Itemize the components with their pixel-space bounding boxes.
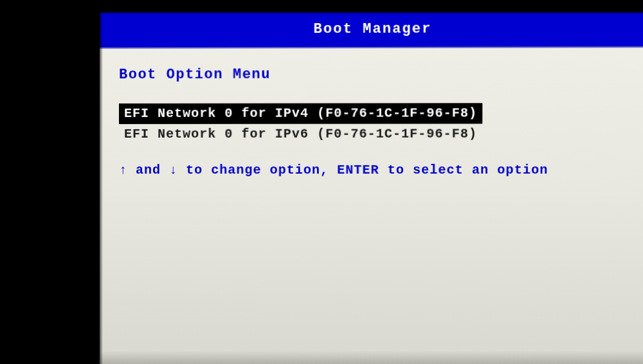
instruction-and: and (127, 163, 169, 177)
content-area: Boot Option Menu EFI Network 0 for IPv4 … (100, 48, 643, 196)
boot-option-ipv4[interactable]: EFI Network 0 for IPv4 (F0-76-1C-1F-96-F… (119, 103, 628, 124)
navigation-instructions: ↑ and ↓ to change option, ENTER to selec… (119, 163, 628, 177)
down-arrow-icon: ↓ (169, 163, 177, 177)
header-bar: Boot Manager (100, 10, 643, 49)
photo-vignette-left (0, 0, 103, 364)
boot-option-label: EFI Network 0 for IPv6 (F0-76-1C-1F-96-F… (119, 123, 482, 145)
boot-option-ipv6[interactable]: EFI Network 0 for IPv6 (F0-76-1C-1F-96-F… (119, 123, 628, 145)
instruction-text: to change option, ENTER to select an opt… (177, 163, 548, 177)
menu-title: Boot Option Menu (119, 66, 628, 83)
page-title: Boot Manager (313, 21, 431, 37)
boot-option-label: EFI Network 0 for IPv4 (F0-76-1C-1F-96-F… (119, 103, 482, 124)
boot-options-list: EFI Network 0 for IPv4 (F0-76-1C-1F-96-F… (119, 103, 628, 145)
up-arrow-icon: ↑ (119, 163, 127, 177)
bios-screen: Boot Manager Boot Option Menu EFI Networ… (100, 10, 643, 364)
